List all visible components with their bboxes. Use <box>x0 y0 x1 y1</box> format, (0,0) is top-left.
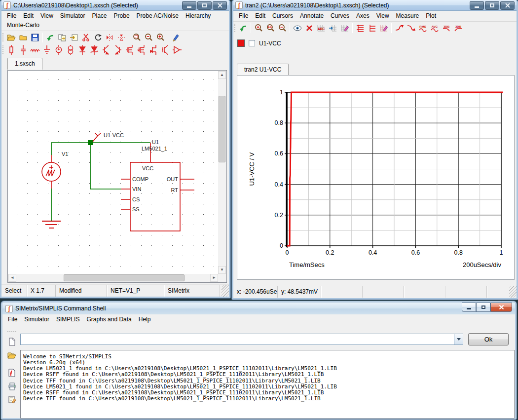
igbt-icon[interactable] <box>159 44 171 55</box>
diode-icon[interactable] <box>76 44 88 55</box>
minimize-button[interactable] <box>470 1 484 10</box>
undo-icon[interactable] <box>44 32 56 43</box>
delete-curves-icon[interactable] <box>303 22 315 34</box>
annotate-icon[interactable]: ABC <box>315 22 327 34</box>
menu-item-edit[interactable]: Edit <box>252 11 269 21</box>
delete-grid-icon[interactable] <box>378 22 390 34</box>
open-folder-icon[interactable] <box>5 32 17 43</box>
menu-item-axes[interactable]: Axes <box>353 11 373 21</box>
open-file-icon[interactable] <box>6 349 18 361</box>
menu-item-view[interactable]: View <box>37 11 57 21</box>
ground-icon[interactable] <box>41 44 53 55</box>
show-curve-eye-icon[interactable] <box>292 22 303 34</box>
restore-button[interactable] <box>476 303 490 312</box>
command-input[interactable] <box>21 334 454 344</box>
minimize-button[interactable] <box>462 303 476 312</box>
add-axis-icon[interactable] <box>354 22 366 34</box>
menu-item-simulator[interactable]: Simulator <box>21 315 53 324</box>
close-button[interactable] <box>490 303 512 312</box>
menu-item-graphs-and-data[interactable]: Graphs and Data <box>83 315 135 324</box>
graph-tab[interactable]: tran2 U1-VCC <box>237 64 289 76</box>
print-icon[interactable] <box>6 381 18 392</box>
probe-symbol[interactable] <box>93 133 101 142</box>
fall-time-icon[interactable] <box>405 22 417 34</box>
zoom-in-icon[interactable] <box>154 32 166 43</box>
ic-model-label[interactable]: LM5021_1 <box>142 146 167 152</box>
ok-button[interactable]: Ok <box>468 333 509 345</box>
zoom-out-icon[interactable] <box>143 32 154 43</box>
move-curve-icon[interactable] <box>327 22 339 34</box>
edit-script-icon[interactable] <box>6 394 18 405</box>
vertical-scroll-thumb[interactable] <box>219 96 225 162</box>
pmos-icon[interactable] <box>136 44 148 55</box>
schematic-tab[interactable]: 1.sxsch <box>7 58 42 70</box>
maximize-button[interactable] <box>197 1 212 10</box>
source-ref-label[interactable]: V1 <box>62 151 68 157</box>
resize-grip[interactable] <box>509 286 517 298</box>
menu-item-simulator[interactable]: Simulator <box>57 11 89 21</box>
menu-item-file[interactable]: File <box>4 315 21 324</box>
edit-pencil-icon[interactable] <box>170 32 182 43</box>
schematic-vertical-scrollbar[interactable]: ▲ ▼ <box>218 71 226 274</box>
nmos-icon[interactable] <box>124 44 136 55</box>
menu-item-curves[interactable]: Curves <box>327 11 353 21</box>
menu-item-simplis[interactable]: SIMPLIS <box>53 315 83 324</box>
avg-icon[interactable]: AVG <box>429 22 441 34</box>
ground-symbol[interactable] <box>42 221 61 228</box>
menu-item-plot[interactable]: Plot <box>422 11 440 21</box>
new-folder-icon[interactable] <box>17 32 29 43</box>
inductor-icon[interactable] <box>29 44 41 55</box>
pnp-transistor-icon[interactable] <box>112 44 124 55</box>
mirror-horizontal-icon[interactable] <box>104 32 115 43</box>
combo-dropdown-button[interactable] <box>454 334 463 344</box>
command-combobox[interactable] <box>20 334 463 345</box>
rms-icon[interactable]: RMS <box>417 22 429 34</box>
horizontal-scroll-thumb[interactable] <box>64 274 185 281</box>
menu-item-probe-ac-noise[interactable]: Probe AC/Noise <box>133 11 182 21</box>
menu-item-view[interactable]: View <box>373 11 393 21</box>
menu-item-help[interactable]: Help <box>135 315 154 324</box>
menu-item-hierarchy[interactable]: Hierarchy <box>182 11 214 21</box>
curve-color-swatch[interactable] <box>237 39 245 47</box>
minimize-button[interactable] <box>182 1 196 10</box>
menu-item-file[interactable]: File <box>3 11 20 21</box>
schematic-surface[interactable]: V1 U1 LM5021_1 U1-VCC VCC COMPVINCSSSOUT… <box>8 71 219 274</box>
probe-net-label[interactable]: U1-VCC <box>104 132 124 138</box>
resize-grip[interactable] <box>222 285 229 297</box>
zoom-out-icon[interactable] <box>276 22 288 34</box>
capacitor-icon[interactable] <box>17 44 29 55</box>
menu-item-edit[interactable]: Edit <box>20 11 37 21</box>
ic-ref-label[interactable]: U1 <box>152 139 159 145</box>
menu-item-measure[interactable]: Measure <box>393 11 423 21</box>
copy-icon[interactable] <box>56 32 68 43</box>
menu-item-monte-carlo[interactable]: Monte-Carlo <box>3 21 43 30</box>
mirror-vertical-icon[interactable] <box>115 32 127 43</box>
scroll-down-icon[interactable]: ▼ <box>218 266 226 274</box>
current-source-icon[interactable] <box>65 44 76 55</box>
undo-icon[interactable] <box>237 22 249 34</box>
graph-titlebar[interactable]: ∫ tran2 (C:\Users\a0219108\Desktop\1.sxs… <box>233 0 517 11</box>
plot-panel[interactable]: 00.20.40.60.8100.20.40.60.81Time/mSecs20… <box>237 75 515 280</box>
maximize-button[interactable] <box>485 1 499 10</box>
new-script-icon[interactable] <box>6 336 18 347</box>
shell-titlebar[interactable]: ∫ SIMetrix/SIMPLIS Command Shell <box>2 303 515 314</box>
voltage-source-symbol[interactable] <box>42 155 61 189</box>
schematic-titlebar[interactable]: ∫ C:\Users\a0219108\Desktop\1.sxsch (Sel… <box>1 0 229 11</box>
scroll-right-icon[interactable]: ► <box>210 274 218 282</box>
zener-diode-icon[interactable] <box>88 44 100 55</box>
scroll-left-icon[interactable]: ◄ <box>8 274 16 282</box>
3db-highpass-icon[interactable]: 3DB <box>452 22 464 34</box>
zoom-x-icon[interactable] <box>264 22 276 34</box>
cut-icon[interactable] <box>80 32 92 43</box>
resistor-icon[interactable] <box>5 44 17 55</box>
add-grid-icon[interactable] <box>366 22 378 34</box>
import-data-icon[interactable] <box>6 367 18 379</box>
edit-axis-icon[interactable] <box>339 22 351 34</box>
3db-lowpass-icon[interactable]: 3DB <box>441 22 452 34</box>
menu-item-probe[interactable]: Probe <box>111 11 133 21</box>
zoom-area-icon[interactable] <box>131 32 143 43</box>
scroll-up-icon[interactable]: ▲ <box>218 71 226 79</box>
console-output[interactable]: Welcome to SIMetrix/SIMPLISVersion 6.20g… <box>20 350 515 419</box>
jfet-icon[interactable] <box>148 44 159 55</box>
save-icon[interactable] <box>29 32 41 43</box>
